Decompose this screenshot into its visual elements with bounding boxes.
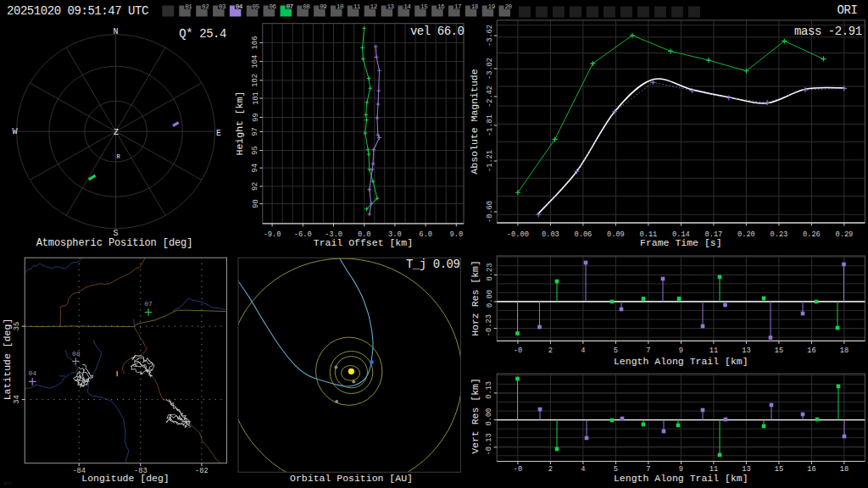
svg-text:08: 08 bbox=[303, 3, 310, 10]
svg-text:0.29: 0.29 bbox=[835, 230, 853, 239]
svg-text:-0: -0 bbox=[514, 347, 522, 355]
svg-text:95: 95 bbox=[252, 146, 260, 154]
svg-text:15: 15 bbox=[775, 347, 783, 355]
svg-text:-0.13: -0.13 bbox=[486, 433, 494, 455]
svg-text:03: 03 bbox=[219, 3, 226, 10]
svg-text:04: 04 bbox=[28, 369, 36, 377]
svg-text:0.23: 0.23 bbox=[770, 230, 787, 239]
svg-text:-3.62: -3.62 bbox=[486, 25, 494, 47]
svg-text:2: 2 bbox=[548, 465, 553, 474]
svg-text:0.26: 0.26 bbox=[803, 230, 821, 239]
svg-text:0.06: 0.06 bbox=[574, 230, 592, 239]
svg-text:0.00: 0.00 bbox=[486, 290, 494, 308]
svg-text:9: 9 bbox=[679, 347, 683, 355]
svg-text:N: N bbox=[114, 27, 119, 36]
svg-text:16: 16 bbox=[807, 465, 815, 474]
svg-text:13: 13 bbox=[387, 3, 394, 10]
svg-text:6.0: 6.0 bbox=[419, 230, 432, 239]
svg-text:20251020 09:51:47 UTC: 20251020 09:51:47 UTC bbox=[7, 4, 148, 18]
svg-text:14: 14 bbox=[403, 3, 411, 10]
svg-text:01: 01 bbox=[185, 3, 192, 10]
svg-text:07: 07 bbox=[144, 300, 153, 308]
svg-text:101: 101 bbox=[252, 92, 260, 105]
svg-text:34: 34 bbox=[14, 395, 22, 403]
svg-text:19: 19 bbox=[488, 3, 496, 10]
svg-text:106: 106 bbox=[252, 36, 260, 50]
svg-text:9.0: 9.0 bbox=[449, 230, 463, 239]
svg-text:Horz Res [km]: Horz Res [km] bbox=[470, 260, 481, 336]
svg-text:99: 99 bbox=[252, 113, 260, 121]
svg-text:5: 5 bbox=[614, 347, 618, 355]
svg-text:ORI: ORI bbox=[837, 3, 858, 17]
svg-text:102: 102 bbox=[252, 74, 260, 87]
svg-text:09: 09 bbox=[320, 3, 327, 10]
svg-text:15: 15 bbox=[420, 3, 428, 10]
svg-text:gmt: gmt bbox=[3, 480, 13, 486]
svg-text:97: 97 bbox=[252, 127, 260, 136]
svg-text:18: 18 bbox=[840, 347, 849, 355]
svg-text:-0.60: -0.60 bbox=[486, 201, 494, 223]
svg-text:Length Along Trail [km]: Length Along Trail [km] bbox=[614, 473, 748, 484]
svg-text:06: 06 bbox=[270, 3, 277, 10]
svg-text:05: 05 bbox=[253, 3, 260, 10]
svg-text:Atmospheric Position [deg]: Atmospheric Position [deg] bbox=[36, 237, 193, 249]
svg-text:0.03: 0.03 bbox=[542, 230, 559, 239]
svg-text:13: 13 bbox=[742, 347, 750, 355]
svg-text:-9.0: -9.0 bbox=[264, 230, 281, 239]
svg-text:-3.02: -3.02 bbox=[486, 58, 494, 80]
svg-text:Z: Z bbox=[114, 128, 119, 137]
svg-text:Vert Res [km]: Vert Res [km] bbox=[470, 378, 481, 454]
svg-text:10: 10 bbox=[337, 3, 344, 10]
svg-text:35: 35 bbox=[14, 322, 22, 330]
svg-text:20: 20 bbox=[504, 3, 512, 10]
svg-text:0.00: 0.00 bbox=[486, 408, 494, 426]
svg-text:4: 4 bbox=[581, 465, 585, 474]
svg-text:-2.42: -2.42 bbox=[486, 86, 494, 108]
svg-text:12: 12 bbox=[370, 3, 378, 10]
svg-text:T_j 0.09: T_j 0.09 bbox=[406, 258, 460, 271]
svg-text:18: 18 bbox=[840, 465, 849, 474]
svg-text:Height [km]: Height [km] bbox=[234, 92, 245, 156]
svg-text:Q* 25.4: Q* 25.4 bbox=[179, 27, 226, 41]
svg-text:-1.81: -1.81 bbox=[486, 114, 494, 136]
svg-text:7: 7 bbox=[646, 347, 650, 355]
svg-text:92: 92 bbox=[252, 182, 260, 191]
svg-text:17: 17 bbox=[454, 3, 461, 10]
svg-text:Latitude [deg]: Latitude [deg] bbox=[2, 319, 13, 401]
svg-text:R: R bbox=[116, 153, 120, 160]
svg-text:Trail Offset [km]: Trail Offset [km] bbox=[314, 237, 413, 248]
svg-text:Absolute Magnitude: Absolute Magnitude bbox=[469, 69, 480, 174]
svg-text:E: E bbox=[216, 129, 221, 138]
svg-text:-1.21: -1.21 bbox=[486, 150, 494, 172]
svg-text:16: 16 bbox=[807, 347, 815, 355]
svg-text:11: 11 bbox=[353, 3, 361, 10]
svg-text:0.09: 0.09 bbox=[607, 230, 625, 239]
svg-text:11: 11 bbox=[709, 347, 718, 355]
svg-text:Longitude [deg]: Longitude [deg] bbox=[81, 473, 170, 484]
svg-text:0.23: 0.23 bbox=[486, 263, 494, 281]
svg-text:mass -2.91: mass -2.91 bbox=[794, 25, 862, 38]
svg-text:104: 104 bbox=[252, 55, 260, 69]
svg-text:94: 94 bbox=[252, 164, 260, 172]
svg-text:08: 08 bbox=[72, 350, 81, 358]
svg-text:Orbital Position [AU]: Orbital Position [AU] bbox=[290, 473, 413, 484]
svg-text:-0: -0 bbox=[514, 465, 522, 474]
svg-text:vel 66.0: vel 66.0 bbox=[410, 25, 465, 38]
svg-text:15: 15 bbox=[775, 465, 783, 474]
svg-text:18: 18 bbox=[471, 3, 479, 10]
svg-text:-82: -82 bbox=[195, 467, 209, 475]
svg-text:02: 02 bbox=[202, 3, 209, 10]
svg-text:-0.00: -0.00 bbox=[507, 230, 529, 239]
svg-text:Frame Time [s]: Frame Time [s] bbox=[640, 237, 722, 248]
svg-text:16: 16 bbox=[437, 3, 445, 10]
svg-text:-0.23: -0.23 bbox=[486, 314, 494, 336]
svg-text:2: 2 bbox=[548, 347, 553, 355]
svg-text:90: 90 bbox=[252, 199, 260, 208]
svg-text:4: 4 bbox=[581, 347, 585, 355]
svg-text:0.13: 0.13 bbox=[486, 381, 494, 399]
svg-text:W: W bbox=[12, 127, 17, 136]
svg-text:0.20: 0.20 bbox=[737, 230, 755, 239]
svg-text:Length Along Trail [km]: Length Along Trail [km] bbox=[614, 356, 748, 367]
svg-text:-6.0: -6.0 bbox=[294, 230, 312, 239]
svg-text:04: 04 bbox=[236, 3, 243, 10]
